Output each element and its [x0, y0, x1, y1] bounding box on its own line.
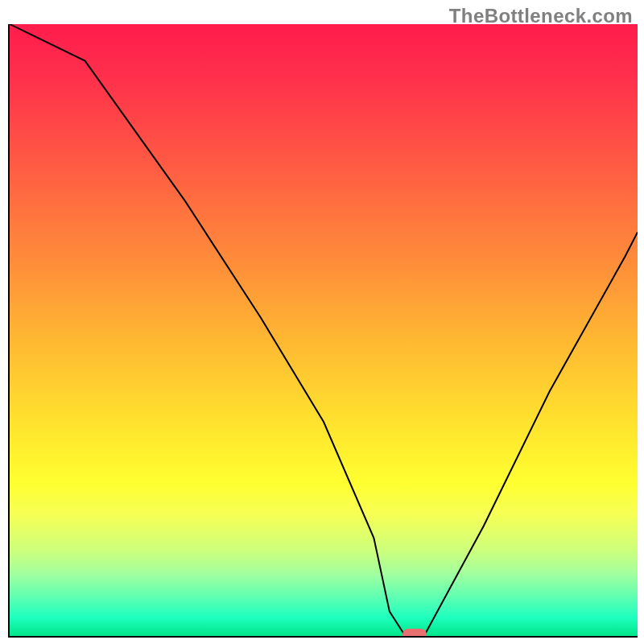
bottleneck-curve	[10, 24, 638, 636]
optimal-marker	[402, 629, 427, 638]
curve-svg	[10, 24, 638, 636]
chart-container: TheBottleneck.com	[0, 0, 644, 644]
plot-area	[8, 24, 638, 638]
